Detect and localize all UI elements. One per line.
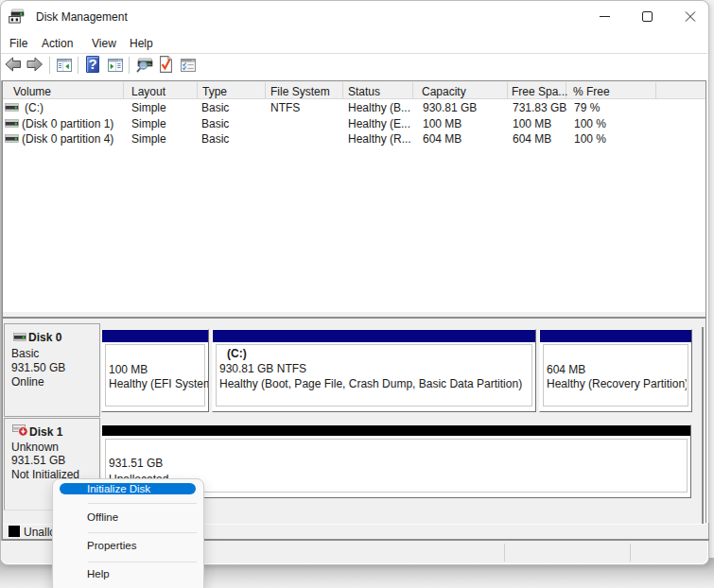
svg-text:?: ? [89,56,97,72]
